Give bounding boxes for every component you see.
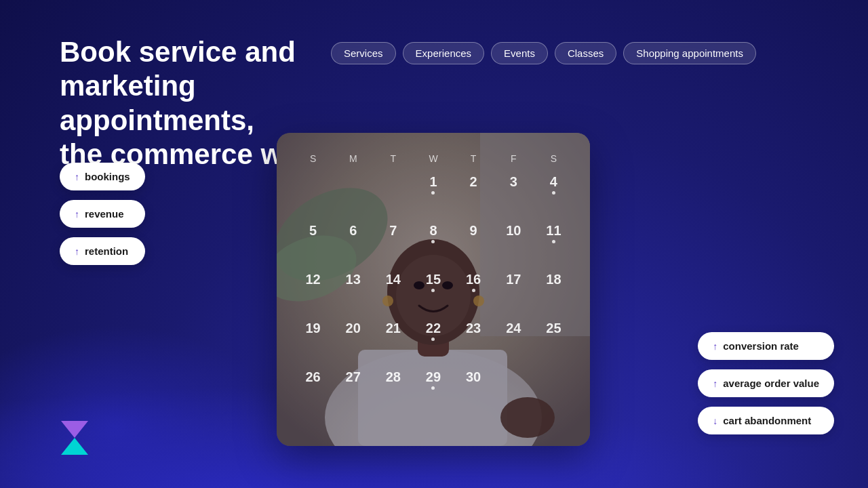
metric-label-bookings: bookings: [85, 171, 130, 182]
calendar-cell[interactable]: 12: [293, 267, 333, 316]
calendar-day-name: S: [534, 153, 574, 164]
calendar-date-number: 23: [466, 321, 481, 335]
calendar-cell[interactable]: 15: [413, 267, 453, 316]
calendar-cell[interactable]: 20: [333, 316, 373, 365]
calendar-container: SMTWTFS 12345678910111213141516171819202…: [277, 133, 590, 446]
calendar-event-dot: [431, 386, 435, 390]
calendar-cell[interactable]: 14: [373, 267, 413, 316]
calendar-cell[interactable]: 21: [373, 316, 413, 365]
calendar-cell: [333, 169, 373, 218]
metric-label-revenue: revenue: [85, 208, 124, 220]
calendar-date-number: 8: [429, 224, 437, 237]
calendar-week-4: 2627282930: [293, 365, 574, 413]
tags-row: ServicesExperiencesEventsClassesShopping…: [331, 42, 827, 64]
calendar-cell[interactable]: 30: [454, 365, 494, 413]
calendar-day-headers: SMTWTFS: [293, 153, 574, 164]
logo-icon: [54, 418, 95, 458]
calendar-week-0: 1234: [293, 169, 574, 218]
calendar-cell: [293, 169, 333, 218]
calendar-event-dot: [431, 289, 435, 292]
calendar-date-number: 5: [309, 224, 317, 237]
calendar-cell[interactable]: 5: [293, 218, 333, 267]
arrow-conversion: ↑: [713, 341, 717, 352]
calendar-event-dot: [472, 289, 475, 292]
calendar-cell[interactable]: 22: [413, 316, 453, 365]
metric-pill-retention[interactable]: ↑retention: [60, 237, 145, 265]
tag-services[interactable]: Services: [331, 42, 396, 64]
calendar-date-number: 15: [426, 272, 441, 286]
calendar-cell[interactable]: 7: [373, 218, 413, 267]
calendar-cell[interactable]: 11: [534, 218, 574, 267]
tag-classes[interactable]: Classes: [555, 42, 616, 64]
calendar-cell[interactable]: 25: [534, 316, 574, 365]
metric-label-retention: retention: [85, 245, 128, 257]
calendar-cell[interactable]: 17: [494, 267, 534, 316]
calendar-date-number: 22: [426, 321, 441, 335]
calendar-cell[interactable]: 1: [413, 169, 453, 218]
calendar-cell[interactable]: 10: [494, 218, 534, 267]
calendar-date-number: 20: [346, 321, 361, 335]
calendar-date-number: 18: [546, 272, 561, 286]
right-metrics: ↑conversion rate↑average order value↓car…: [698, 332, 834, 434]
calendar-day-name: T: [454, 153, 494, 164]
arrow-bookings: ↑: [75, 171, 79, 182]
calendar-date-number: 9: [470, 224, 477, 237]
calendar-cell[interactable]: 18: [534, 267, 574, 316]
logo: [54, 418, 95, 461]
calendar-cell[interactable]: 2: [454, 169, 494, 218]
metric-pill-cart[interactable]: ↓cart abandonment: [698, 407, 834, 434]
calendar-cell[interactable]: 24: [494, 316, 534, 365]
tag-shopping[interactable]: Shopping appointments: [623, 42, 756, 64]
calendar-date-number: 17: [506, 272, 521, 286]
calendar-week-2: 12131415161718: [293, 267, 574, 316]
calendar-date-number: 11: [546, 224, 561, 237]
calendar-cell[interactable]: 4: [534, 169, 574, 218]
arrow-cart: ↓: [713, 415, 717, 426]
calendar-date-number: 14: [386, 272, 401, 286]
metric-pill-aov[interactable]: ↑average order value: [698, 369, 834, 397]
calendar-cell[interactable]: 3: [494, 169, 534, 218]
calendar-cell[interactable]: 29: [413, 365, 453, 413]
calendar-date-number: 26: [305, 370, 320, 384]
calendar-week-3: 19202122232425: [293, 316, 574, 365]
calendar-cell[interactable]: 16: [454, 267, 494, 316]
calendar-date-number: 13: [346, 272, 361, 286]
tag-events[interactable]: Events: [491, 42, 548, 64]
calendar-cell[interactable]: 23: [454, 316, 494, 365]
metric-pill-conversion[interactable]: ↑conversion rate: [698, 332, 834, 360]
tag-experiences[interactable]: Experiences: [403, 42, 485, 64]
arrow-aov: ↑: [713, 378, 717, 389]
calendar-day-name: S: [293, 153, 333, 164]
calendar-date-number: 1: [429, 175, 437, 188]
main-content: Book service and marketing appointments,…: [0, 0, 868, 488]
arrow-retention: ↑: [75, 246, 79, 257]
calendar-date-number: 12: [305, 272, 320, 286]
calendar-cell[interactable]: 13: [333, 267, 373, 316]
calendar-cell[interactable]: 26: [293, 365, 333, 413]
calendar-date-number: 19: [305, 321, 320, 335]
calendar-cell: [373, 169, 413, 218]
calendar-event-dot: [431, 191, 435, 195]
left-metrics: ↑bookings↑revenue↑retention: [60, 163, 145, 265]
calendar-date-number: 30: [466, 370, 481, 384]
calendar-cell[interactable]: 19: [293, 316, 333, 365]
calendar-cell[interactable]: 6: [333, 218, 373, 267]
metric-pill-revenue[interactable]: ↑revenue: [60, 200, 145, 228]
calendar-date-number: 2: [470, 175, 477, 188]
calendar-event-dot: [431, 240, 435, 243]
calendar-cell[interactable]: 28: [373, 365, 413, 413]
calendar-cell[interactable]: 27: [333, 365, 373, 413]
metric-pill-bookings[interactable]: ↑bookings: [60, 163, 145, 190]
calendar-date-number: 6: [349, 224, 357, 237]
calendar-day-name: F: [494, 153, 534, 164]
calendar-grid: SMTWTFS 12345678910111213141516171819202…: [277, 133, 590, 446]
calendar-day-name: M: [333, 153, 373, 164]
svg-marker-14: [61, 421, 88, 438]
calendar-cell[interactable]: 9: [454, 218, 494, 267]
metric-label-cart: cart abandonment: [723, 415, 811, 426]
calendar-date-number: 21: [386, 321, 401, 335]
calendar-cell[interactable]: 8: [413, 218, 453, 267]
calendar-day-name: W: [413, 153, 453, 164]
calendar-event-dot: [552, 191, 555, 195]
metric-label-aov: average order value: [723, 378, 819, 389]
